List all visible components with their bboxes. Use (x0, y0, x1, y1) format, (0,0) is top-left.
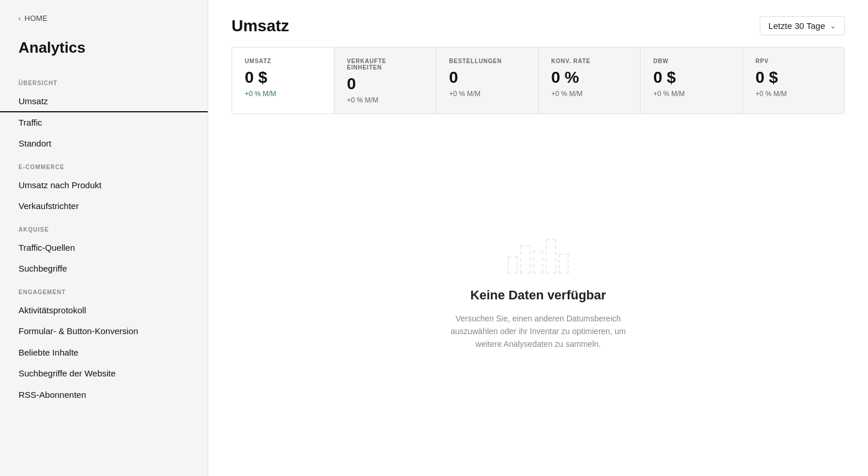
stat-label: BESTELLUNGEN (449, 58, 525, 64)
sidebar-item-standort[interactable]: Standort (0, 133, 208, 155)
sidebar: ‹ HOME Analytics ÜBERSICHTUmsatzTrafficS… (0, 0, 208, 476)
stat-change: +0 % M/M (449, 90, 525, 98)
stat-value: 0 (449, 68, 525, 87)
sidebar-item-verkaufstrichter[interactable]: Verkaufstrichter (0, 196, 208, 217)
chevron-down-icon: ⌄ (830, 21, 836, 30)
home-link[interactable]: ‹ HOME (0, 14, 208, 34)
sidebar-item-beliebte-inhalte[interactable]: Beliebte Inhalte (0, 342, 208, 364)
stat-label: DBW (653, 58, 730, 64)
empty-chart-icon (507, 239, 569, 274)
stat-change: +0 % M/M (347, 96, 424, 104)
date-filter[interactable]: Letzte 30 Tage ⌄ (760, 16, 845, 35)
sidebar-item-suchbegriffe[interactable]: Suchbegriffe (0, 258, 208, 280)
date-filter-label: Letzte 30 Tage (768, 21, 825, 31)
stat-card-verkaufte-einheiten[interactable]: VERKAUFTE EINHEITEN0+0 % M/M (334, 47, 437, 113)
stat-change: +0 % M/M (756, 90, 832, 98)
sidebar-item-formular-button-konversion[interactable]: Formular- & Button-Konversion (0, 321, 208, 342)
page-title: Umsatz (231, 17, 289, 35)
stat-value: 0 % (551, 68, 628, 87)
stat-card-dbw[interactable]: DBW0 $+0 % M/M (641, 47, 743, 113)
sidebar-item-traffic[interactable]: Traffic (0, 112, 208, 134)
sidebar-section-label: ENGAGEMENT (0, 280, 208, 300)
main-header: Umsatz Letzte 30 Tage ⌄ (208, 0, 868, 47)
stat-card-bestellungen[interactable]: BESTELLUNGEN0+0 % M/M (436, 47, 539, 113)
empty-state: Keine Daten verfügbar Versuchen Sie, ein… (208, 114, 868, 476)
stat-change: +0 % M/M (653, 90, 730, 98)
sidebar-item-aktivitaetsprotokoll[interactable]: Aktivitätsprotokoll (0, 300, 208, 321)
stat-value: 0 (347, 74, 424, 94)
sidebar-item-suchbegriffe-website[interactable]: Suchbegriffe der Website (0, 363, 208, 385)
stat-change: +0 % M/M (245, 90, 321, 98)
sidebar-sections: ÜBERSICHTUmsatzTrafficStandortE-COMMERCE… (0, 71, 208, 405)
home-label: HOME (24, 14, 47, 23)
stat-change: +0 % M/M (551, 90, 628, 98)
sidebar-item-umsatz-nach-produkt[interactable]: Umsatz nach Produkt (0, 175, 208, 196)
stat-label: UMSATZ (245, 58, 321, 64)
stat-card-rpv[interactable]: RPV0 $+0 % M/M (743, 47, 845, 113)
stat-card-konv-rate[interactable]: KONV. RATE0 %+0 % M/M (539, 47, 641, 113)
stat-label: KONV. RATE (551, 58, 628, 64)
main-content: Umsatz Letzte 30 Tage ⌄ UMSATZ0 $+0 % M/… (208, 0, 868, 476)
chevron-left-icon: ‹ (19, 14, 21, 23)
sidebar-item-rss-abonnenten[interactable]: RSS-Abonnenten (0, 385, 208, 406)
stat-value: 0 $ (756, 68, 832, 87)
stat-value: 0 $ (653, 68, 730, 87)
sidebar-item-umsatz[interactable]: Umsatz (0, 91, 208, 112)
stat-label: RPV (756, 58, 832, 64)
sidebar-title: Analytics (0, 34, 208, 71)
stat-label: VERKAUFTE EINHEITEN (347, 58, 424, 71)
stat-card-umsatz[interactable]: UMSATZ0 $+0 % M/M (232, 47, 334, 113)
empty-title: Keine Daten verfügbar (470, 288, 606, 303)
stat-value: 0 $ (245, 68, 321, 87)
empty-description: Versuchen Sie, einen anderen Datumsberei… (446, 312, 631, 351)
sidebar-section-label: E-COMMERCE (0, 155, 208, 175)
stats-bar: UMSATZ0 $+0 % M/MVERKAUFTE EINHEITEN0+0 … (231, 47, 845, 114)
sidebar-item-traffic-quellen[interactable]: Traffic-Quellen (0, 237, 208, 259)
sidebar-section-label: AKQUISE (0, 217, 208, 237)
sidebar-section-label: ÜBERSICHT (0, 71, 208, 91)
